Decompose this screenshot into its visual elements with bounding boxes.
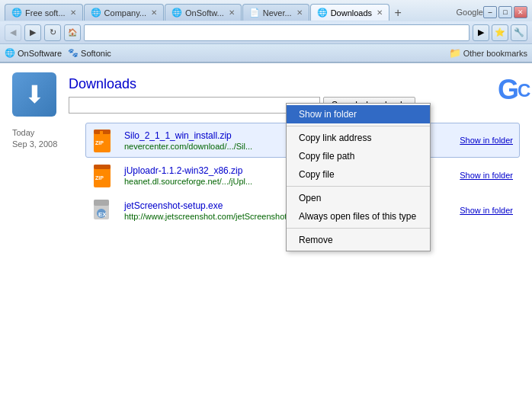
tab-4[interactable]: 📄 Never... ✕ (242, 4, 309, 21)
context-menu-item-copy-path[interactable]: Copy file path (287, 147, 430, 165)
minimize-button[interactable]: – (483, 6, 497, 18)
maximize-button[interactable]: □ (498, 6, 512, 18)
context-menu: Show in folder Copy link address Copy fi… (286, 103, 431, 251)
other-bookmarks-label: Other bookmarks (463, 49, 527, 58)
tab-3-close[interactable]: ✕ (229, 8, 235, 17)
tab-3-icon: 🌐 (171, 8, 182, 18)
new-tab-button[interactable]: + (390, 5, 405, 21)
tab-5-close[interactable]: ✕ (377, 8, 383, 17)
close-button[interactable]: ✕ (514, 6, 527, 18)
other-bookmarks[interactable]: 📁 Other bookmarks (449, 47, 527, 59)
tab-4-label: Never... (263, 8, 292, 18)
window-controls: – □ ✕ (483, 6, 527, 18)
zip-icon-1: ZIP (92, 128, 117, 152)
svg-text:ZIP: ZIP (95, 140, 104, 146)
context-menu-separator-2 (287, 186, 430, 187)
context-menu-item-remove[interactable]: Remove (287, 231, 430, 249)
softonic-label: Softonic (81, 49, 111, 58)
tab-2-label: Company... (104, 8, 146, 18)
tab-2-icon: 🌐 (91, 8, 101, 18)
context-menu-separator-1 (287, 126, 430, 126)
softonic-icon: 🐾 (68, 48, 79, 58)
downloads-header: ⬇ Downloads Search downloads G C (0, 63, 532, 123)
go-button[interactable]: ▶ (473, 24, 489, 41)
onsoftware-icon: 🌐 (5, 48, 15, 58)
svg-rect-8 (94, 200, 109, 206)
date-label: Today Sep 3, 2008 (12, 123, 73, 151)
bookmarks-bar: 🌐 OnSoftware 🐾 Softonic 📁 Other bookmark… (0, 44, 532, 62)
downloads-icon-box: ⬇ (12, 72, 56, 117)
address-bar[interactable] (84, 24, 470, 41)
show-folder-1[interactable]: Show in folder (460, 136, 513, 145)
svg-text:ZIP: ZIP (95, 175, 104, 181)
tab-1-label: Free soft... (25, 8, 66, 18)
tab-4-icon: 📄 (249, 8, 260, 18)
home-button[interactable]: 🏠 (64, 24, 81, 41)
title-bar: 🌐 Free soft... ✕ 🌐 Company... ✕ 🌐 OnSoft… (0, 0, 532, 21)
context-menu-separator-3 (287, 228, 430, 229)
date-date: Sep 3, 2008 (12, 139, 73, 150)
google-logo-partial: G C (498, 74, 532, 106)
other-bookmarks-icon: 📁 (449, 47, 461, 59)
exe-icon-3: EX (92, 198, 117, 222)
file-name-3[interactable]: jetScreenshot-setup.exe (124, 200, 223, 211)
context-menu-item-show-in-folder[interactable]: Show in folder (287, 105, 430, 123)
svg-text:EX: EX (98, 211, 107, 218)
show-folder-2[interactable]: Show in folder (460, 171, 513, 180)
tab-5-icon: 🌐 (317, 8, 328, 18)
tab-3-label: OnSoftw... (185, 8, 224, 18)
search-input[interactable] (69, 97, 320, 114)
page-content: ⬇ Downloads Search downloads G C Today S… (0, 63, 532, 416)
google-ch: C (518, 80, 530, 101)
forward-button[interactable]: ▶ (24, 24, 41, 41)
show-folder-3[interactable]: Show in folder (460, 206, 513, 215)
tab-2[interactable]: 🌐 Company... ✕ (84, 4, 164, 21)
tab-1[interactable]: 🌐 Free soft... ✕ (5, 4, 83, 21)
tab-5[interactable]: 🌐 Downloads ✕ (310, 4, 389, 21)
google-corner-label: Google (457, 8, 483, 17)
bookmarks-button[interactable]: ⭐ (492, 24, 508, 41)
downloads-date-row: Today Sep 3, 2008 ZIP Silo_2_ (12, 123, 520, 228)
date-today: Today (12, 127, 73, 139)
browser-chrome: 🌐 Free soft... ✕ 🌐 Company... ✕ 🌐 OnSoft… (0, 0, 532, 63)
bookmark-softonic[interactable]: 🐾 Softonic (68, 48, 111, 58)
downloads-title[interactable]: Downloads (69, 76, 415, 92)
nav-bar: ◀ ▶ ↻ 🏠 ▶ ⭐ 🔧 (0, 21, 532, 44)
onsoftware-label: OnSoftware (18, 49, 62, 58)
tab-3[interactable]: 🌐 OnSoftw... ✕ (165, 4, 242, 21)
zip-icon-2: ZIP (92, 163, 117, 187)
downloads-section: Today Sep 3, 2008 ZIP Silo_2_ (0, 123, 532, 228)
bookmark-onsoftware[interactable]: 🌐 OnSoftware (5, 48, 62, 58)
context-menu-item-copy-link[interactable]: Copy link address (287, 129, 430, 147)
svg-rect-5 (94, 165, 111, 169)
nav-right: ▶ ⭐ 🔧 (473, 24, 527, 41)
tab-5-label: Downloads (331, 8, 372, 18)
tab-strip: 🌐 Free soft... ✕ 🌐 Company... ✕ 🌐 OnSoft… (5, 4, 450, 21)
back-button[interactable]: ◀ (5, 24, 21, 41)
reload-button[interactable]: ↻ (44, 24, 61, 41)
tab-1-icon: 🌐 (11, 8, 22, 18)
context-menu-item-open[interactable]: Open (287, 189, 430, 207)
file-name-2[interactable]: jUploadr-1.1.2-win32_x86.zip (124, 165, 242, 176)
file-name-1[interactable]: Silo_2_1_1_win_install.zip (124, 130, 232, 141)
context-menu-item-always-open[interactable]: Always open files of this type (287, 207, 430, 226)
tab-4-close[interactable]: ✕ (296, 8, 303, 17)
tab-1-close[interactable]: ✕ (70, 8, 76, 17)
download-arrow-icon: ⬇ (24, 82, 45, 107)
tab-2-close[interactable]: ✕ (151, 8, 157, 17)
svg-rect-3 (100, 131, 103, 134)
google-g: G (498, 74, 519, 105)
settings-button[interactable]: 🔧 (511, 24, 527, 41)
context-menu-item-copy-file[interactable]: Copy file (287, 165, 430, 184)
